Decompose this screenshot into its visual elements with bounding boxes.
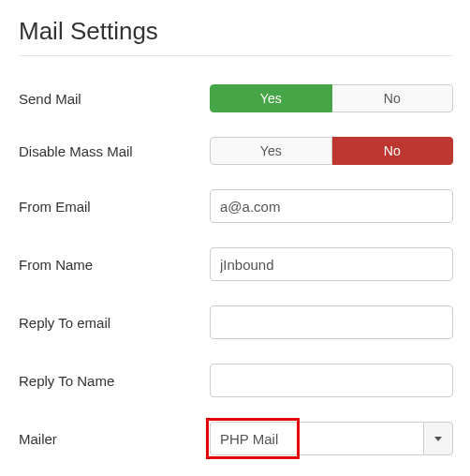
toggle-send-mail-no[interactable]: No: [332, 84, 454, 112]
label-from-name: From Name: [19, 257, 210, 273]
input-reply-to-name[interactable]: [210, 364, 453, 397]
row-reply-to-email: Reply To email: [19, 305, 453, 339]
row-send-mail: Send Mail Yes No: [19, 84, 453, 112]
label-send-mail: Send Mail: [19, 91, 210, 107]
input-reply-to-email[interactable]: [210, 305, 453, 339]
select-mailer-caret[interactable]: [423, 422, 453, 455]
label-reply-to-name: Reply To Name: [19, 373, 210, 389]
page-title: Mail Settings: [19, 17, 453, 46]
input-from-name[interactable]: [210, 247, 453, 281]
row-mailer: Mailer PHP Mail: [19, 422, 453, 455]
chevron-down-icon: [434, 437, 442, 441]
toggle-disable-mass-mail-no[interactable]: No: [332, 137, 454, 165]
row-reply-to-name: Reply To Name: [19, 364, 453, 397]
row-disable-mass-mail: Disable Mass Mail Yes No: [19, 137, 453, 165]
select-mailer-display[interactable]: PHP Mail: [210, 422, 423, 455]
toggle-disable-mass-mail-yes[interactable]: Yes: [210, 137, 332, 165]
label-mailer: Mailer: [19, 431, 210, 447]
toggle-disable-mass-mail: Yes No: [210, 137, 453, 165]
label-reply-to-email: Reply To email: [19, 315, 210, 331]
select-mailer[interactable]: PHP Mail: [210, 422, 453, 455]
input-from-email[interactable]: [210, 189, 453, 223]
label-disable-mass-mail: Disable Mass Mail: [19, 143, 210, 159]
label-from-email: From Email: [19, 199, 210, 215]
divider: [19, 55, 453, 56]
row-from-email: From Email: [19, 189, 453, 223]
toggle-send-mail: Yes No: [210, 84, 453, 112]
row-from-name: From Name: [19, 247, 453, 281]
toggle-send-mail-yes[interactable]: Yes: [210, 84, 332, 112]
